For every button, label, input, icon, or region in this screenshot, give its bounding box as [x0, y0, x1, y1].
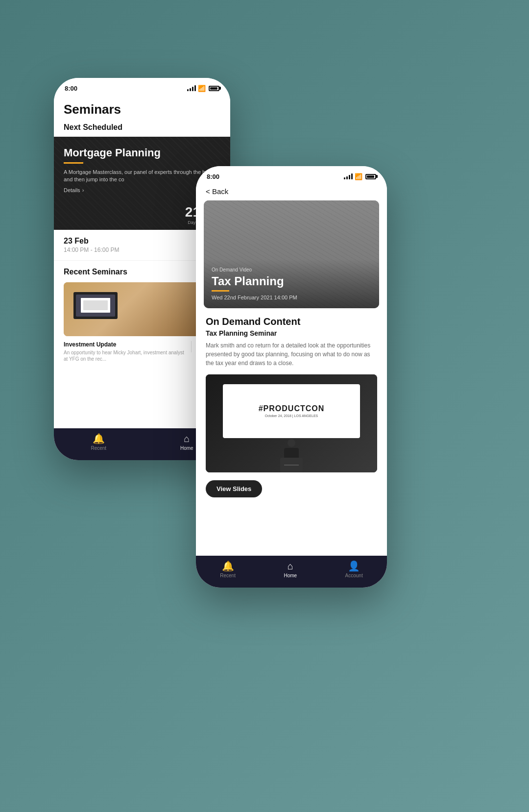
- recent-seminar-info: Investment Update An opportunity to hear…: [64, 341, 185, 362]
- nav-home-front[interactable]: ⌂ Home: [284, 561, 297, 578]
- status-bar-back: 8:00 📶: [54, 78, 230, 94]
- presentation-bg: #PRODUCTCON October 24, 2018 | LOS ANGEL…: [206, 374, 377, 472]
- recent-seminar-name: Investment Update: [64, 341, 185, 348]
- next-scheduled-label: Next Scheduled: [54, 121, 230, 137]
- wifi-icon-front: 📶: [355, 173, 362, 180]
- status-icons-front: 📶: [344, 173, 376, 180]
- on-demand-title: On Demand Content: [206, 316, 377, 327]
- view-slides-button[interactable]: View Slides: [206, 480, 262, 497]
- home-icon: ⌂: [184, 434, 190, 443]
- mortgage-title: Mortgage Planning: [64, 147, 220, 159]
- nav-recent-label-front: Recent: [220, 573, 236, 578]
- signal-icon: [187, 85, 196, 91]
- tax-hero-title: Tax Planning: [212, 274, 371, 288]
- recent-seminar-desc: An opportunity to hear Micky Johart, inv…: [64, 349, 185, 362]
- bottom-nav-front: 🔔 Recent ⌂ Home 👤 Account: [196, 556, 387, 588]
- tax-hero: On Demand Video Tax Planning Wed 22nd Fe…: [204, 200, 379, 308]
- account-icon: 👤: [348, 561, 360, 571]
- nav-recent-front[interactable]: 🔔 Recent: [220, 561, 236, 578]
- status-icons-back: 📶: [187, 85, 219, 92]
- bell-icon: 🔔: [93, 434, 105, 443]
- home-icon-front: ⌂: [288, 561, 293, 571]
- nav-recent-label: Recent: [91, 445, 106, 451]
- phones-container: 8:00 📶 Seminars Next Scheduled Mortgage …: [44, 39, 485, 774]
- tax-hero-underline: [212, 290, 229, 292]
- tax-hero-content: On Demand Video Tax Planning Wed 22nd Fe…: [204, 259, 379, 308]
- signal-icon-front: [344, 173, 353, 179]
- productcon-text: #PRODUCTCON: [259, 404, 325, 413]
- tax-hero-tag: On Demand Video: [212, 267, 371, 272]
- productcon-subtext: October 24, 2018 | LOS ANGELES: [265, 414, 318, 418]
- speaker-figure: [284, 439, 299, 472]
- mortgage-underline: [64, 162, 83, 164]
- nav-home-label: Home: [180, 445, 193, 451]
- battery-icon: [209, 86, 219, 91]
- time-back: 8:00: [65, 85, 77, 92]
- tax-content: On Demand Content Tax Planning Seminar M…: [196, 308, 387, 505]
- nav-home-label-front: Home: [284, 573, 297, 578]
- seminars-title: Seminars: [54, 94, 230, 121]
- nav-home-back[interactable]: ⌂ Home: [180, 434, 193, 451]
- bell-icon-front: 🔔: [222, 561, 234, 571]
- presentation-screen: #PRODUCTCON October 24, 2018 | LOS ANGEL…: [223, 384, 360, 438]
- on-demand-desc: Mark smith and co return for a detailed …: [206, 341, 377, 368]
- status-bar-front: 8:00 📶: [196, 166, 387, 182]
- wifi-icon: 📶: [198, 85, 206, 92]
- phone-front: 8:00 📶 < Back On Demand Video Tax Planni…: [196, 166, 387, 588]
- presentation-image: #PRODUCTCON October 24, 2018 | LOS ANGEL…: [206, 374, 377, 472]
- tax-screen: < Back On Demand Video Tax Planning Wed …: [196, 182, 387, 552]
- tax-hero-date: Wed 22nd February 2021 14:00 PM: [212, 295, 371, 300]
- time-front: 8:00: [207, 173, 219, 180]
- battery-icon-front: [365, 174, 376, 179]
- on-demand-subtitle: Tax Planning Seminar: [206, 329, 377, 337]
- back-button[interactable]: < Back: [196, 182, 387, 200]
- nav-recent-back[interactable]: 🔔 Recent: [91, 434, 106, 451]
- nav-account-label: Account: [345, 573, 363, 578]
- nav-account-front[interactable]: 👤 Account: [345, 561, 363, 578]
